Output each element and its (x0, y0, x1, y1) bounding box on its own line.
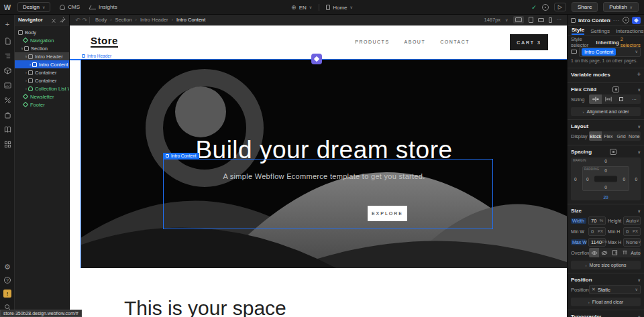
publish-button[interactable]: Publish ∨ (603, 2, 639, 12)
sizing-grow-button[interactable] (602, 94, 614, 104)
tab-settings[interactable]: Settings (590, 28, 610, 34)
cart-button[interactable]: CART 3 (510, 34, 548, 50)
sizing-more-button[interactable]: ··· (628, 94, 641, 104)
chevron-down-icon[interactable]: ∨ (638, 125, 641, 129)
site-logo[interactable]: Store (91, 35, 118, 48)
locale-switcher[interactable]: ⊕ EN ∨ (291, 4, 312, 11)
padding-left-value[interactable]: 0 (586, 176, 589, 181)
breakpoint-tablet-button[interactable] (529, 17, 533, 23)
breakpoint-desktop-button[interactable] (513, 16, 524, 23)
add-elements-icon[interactable]: + (3, 20, 11, 28)
tab-style[interactable]: Style (572, 27, 584, 35)
tree-item-container[interactable]: › Container (15, 68, 69, 76)
nav-link-about[interactable]: ABOUT (405, 40, 426, 44)
tree-item-intro-content[interactable]: › Intro Content (15, 60, 69, 68)
margin-bottom-value[interactable]: 20 (603, 195, 608, 200)
chevron-down-icon[interactable]: ∨ (638, 150, 641, 154)
breakpoint-phone-portrait-button[interactable] (549, 17, 552, 23)
float-clear-expander[interactable]: › Float and clear (571, 298, 641, 306)
component-options-icon[interactable] (623, 17, 629, 23)
max-width-unit[interactable]: PX (602, 240, 607, 244)
tree-item-navigation[interactable]: Navigation (15, 36, 69, 44)
overflow-hidden-button[interactable] (599, 248, 609, 257)
ecommerce-icon[interactable] (3, 111, 11, 119)
padding-top-value[interactable]: 0 (604, 168, 607, 173)
intro-header-element-label[interactable]: Intro Header (82, 53, 111, 59)
apps-icon[interactable] (3, 140, 11, 148)
nav-link-products[interactable]: PRODUCTS (355, 40, 389, 44)
max-height-input[interactable]: None ∨ (623, 238, 641, 247)
variables-icon[interactable] (3, 96, 11, 104)
design-mode-menu[interactable]: Design ∨ (17, 2, 50, 12)
intro-content-element-badge[interactable]: Intro Content (163, 153, 199, 159)
ai-assistant-button[interactable] (632, 17, 641, 24)
add-section-handle[interactable] (311, 54, 322, 64)
collapse-all-icon[interactable] (50, 17, 57, 23)
class-pill[interactable]: Intro Content (582, 48, 616, 56)
more-options-icon[interactable]: ··· (613, 18, 620, 23)
breadcrumb-intro-content[interactable]: Intro Content (176, 17, 205, 23)
padding-right-value[interactable]: 0 (623, 176, 625, 181)
class-selector-input[interactable]: Intro Content ∨ (579, 47, 641, 57)
breakpoint-phone-landscape-button[interactable] (538, 18, 544, 22)
position-select[interactable]: ✕ Static ∨ (589, 285, 641, 294)
tree-item-section[interactable]: ∨ Section (15, 44, 69, 52)
add-variable-mode-icon[interactable]: + (637, 72, 641, 78)
min-height-unit[interactable]: PX (633, 229, 638, 233)
overflow-scroll-button[interactable] (610, 248, 620, 257)
assets-icon[interactable] (3, 81, 11, 89)
undo-icon[interactable]: ↶ (75, 17, 80, 23)
chevron-down-icon[interactable]: ∨ (638, 315, 641, 317)
min-width-unit[interactable]: PX (598, 229, 603, 233)
sizing-fixed-button[interactable] (615, 94, 628, 104)
more-size-options-expander[interactable]: › More size options (571, 261, 641, 269)
margin-left-value[interactable]: 0 (574, 177, 577, 182)
margin-right-value[interactable]: 0 (635, 177, 637, 182)
webflow-logo-icon[interactable]: W (0, 3, 15, 11)
upgrade-warning-icon[interactable]: ! (3, 290, 11, 298)
tree-item-intro-header[interactable]: ∨ Intro Header (15, 52, 69, 60)
viewport-width-value[interactable]: 1467px (484, 17, 500, 23)
breadcrumb-intro-header[interactable]: Intro Header (140, 17, 168, 23)
hero-section[interactable]: Build your dream store A simple Webflow … (80, 60, 567, 268)
display-grid-button[interactable]: Grid (615, 131, 628, 141)
sizing-shrink-button[interactable] (589, 94, 602, 104)
pages-icon[interactable] (3, 37, 11, 45)
tree-item-footer[interactable]: Footer (15, 101, 69, 109)
display-flex-button[interactable]: Flex (602, 131, 614, 141)
alignment-order-expander[interactable]: › Alignment and order (571, 107, 641, 116)
chevron-down-icon[interactable]: ∨ (638, 88, 641, 92)
status-circle-icon[interactable] (542, 4, 549, 11)
settings-gear-icon[interactable]: ⚙ (3, 263, 11, 271)
navigator-icon[interactable] (3, 52, 11, 60)
margin-top-value[interactable]: 0 (604, 159, 607, 164)
share-button[interactable]: Share (572, 2, 598, 12)
width-input[interactable]: 70 % (588, 216, 606, 225)
page-switcher[interactable]: Home ∨ (326, 5, 353, 11)
chevron-down-icon[interactable]: ∨ (638, 278, 641, 282)
breadcrumb-body[interactable]: Body (95, 17, 107, 23)
insights-menu[interactable]: Insights (89, 4, 117, 10)
overflow-auto-button[interactable]: Auto (631, 248, 641, 257)
breadcrumb-section[interactable]: Section (115, 17, 132, 23)
preview-button[interactable]: ▷ (554, 3, 566, 11)
tree-item-newsletter[interactable]: Newsletter (15, 92, 69, 101)
tree-item-collection-list[interactable]: › Collection List Wra... (15, 84, 69, 92)
section2-heading[interactable]: This is your space (124, 297, 286, 317)
display-block-button[interactable]: Block (589, 131, 602, 141)
width-unit[interactable]: % (600, 218, 603, 223)
chevron-down-icon[interactable]: ∨ (638, 209, 641, 213)
tree-item-body[interactable]: Body (15, 28, 69, 36)
cms-menu[interactable]: CMS (60, 4, 80, 10)
max-width-input[interactable]: 1140 PX (588, 238, 606, 247)
tree-item-container[interactable]: › Container (15, 76, 69, 84)
pin-panel-icon[interactable] (59, 17, 66, 23)
min-height-input[interactable]: 0 PX (623, 227, 641, 236)
overflow-visible-button[interactable] (589, 248, 599, 257)
components-icon[interactable] (3, 66, 11, 74)
display-none-button[interactable]: None (628, 131, 641, 141)
more-breakpoints-icon[interactable]: ··· (557, 17, 562, 23)
redo-icon[interactable]: ↷ (83, 17, 88, 23)
libraries-icon[interactable] (3, 125, 11, 133)
height-input[interactable]: Auto ∨ (623, 216, 641, 225)
